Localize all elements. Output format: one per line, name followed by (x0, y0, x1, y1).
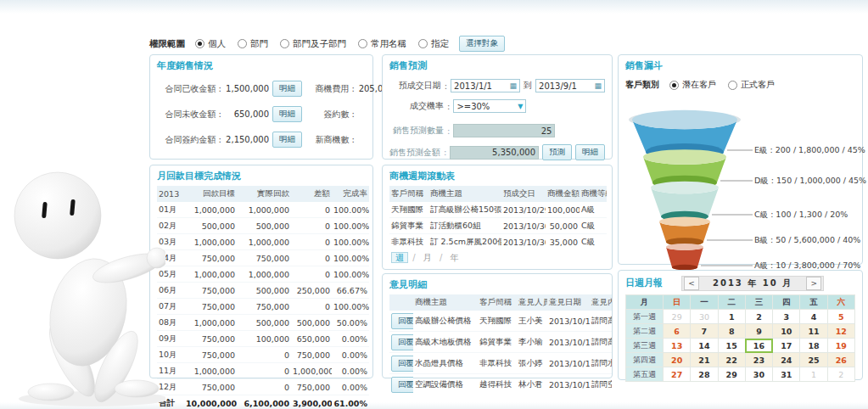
table-cell: 100.00% (332, 299, 369, 315)
monthly-row: 10月750,0000750,0000.00% (157, 347, 369, 363)
monthly-row: 04月750,000750,0000100.00% (157, 250, 369, 266)
table-cell: 1,000,000 (184, 202, 237, 218)
detail-button[interactable]: 明細 (272, 81, 302, 97)
calendar-day[interactable]: 30 (745, 367, 772, 382)
detail-button[interactable]: 明細 (272, 132, 302, 148)
calendar-day[interactable]: 27 (664, 367, 691, 382)
calendar-day[interactable]: 14 (691, 339, 718, 353)
customer-category-option[interactable]: 潛在客戶 (669, 79, 716, 91)
table-cell: 李小瑜 (517, 332, 547, 353)
tab-3[interactable]: 年 (446, 253, 462, 262)
calendar-day[interactable]: 12 (827, 324, 854, 339)
calendar-day[interactable]: 9 (745, 324, 772, 339)
opportunity-row: 天翔國際訂高級辦公椅150張2013/10/29100,000A級 (389, 202, 607, 218)
calendar-col-header: 四 (773, 295, 800, 310)
calendar-day[interactable]: 10 (773, 324, 800, 339)
calendar-day[interactable]: 2 (745, 310, 772, 324)
table-cell: 請問空 (590, 374, 612, 395)
calendar-day[interactable]: 31 (773, 367, 800, 382)
calendar-day[interactable]: 2 (827, 367, 854, 382)
reply-cell: 回覆 (389, 374, 413, 395)
calendar-day[interactable]: 18 (800, 339, 827, 353)
monthly-row: 12月750,0000750,0000.00% (157, 379, 369, 395)
calendar-day[interactable]: 13 (664, 339, 691, 353)
detail-button[interactable]: 明細 (272, 106, 302, 122)
predict-button[interactable]: 預測 (542, 144, 572, 160)
calendar-day[interactable]: 29 (664, 310, 691, 324)
tab-2[interactable]: 月 (420, 253, 435, 262)
table-cell: 2013/10/15 (547, 311, 590, 332)
calendar-day[interactable]: 3 (773, 310, 800, 324)
calendar-day[interactable]: 30 (691, 310, 718, 324)
calendar-day[interactable]: 8 (718, 324, 745, 339)
prev-month-button[interactable]: < (684, 277, 699, 290)
permission-option[interactable]: 部門及子部門 (280, 38, 346, 50)
week-label: 第三週 (626, 339, 664, 353)
calendar-day[interactable]: 5 (827, 310, 854, 324)
permission-option[interactable]: 個人 (195, 38, 226, 50)
calendar-day[interactable]: 20 (664, 353, 691, 367)
probability-select[interactable]: >=30% ▼ (453, 99, 526, 113)
table-cell: 100,000 (237, 331, 291, 347)
column-header: 商機主題 (428, 186, 501, 202)
column-header (389, 294, 413, 311)
table-cell: 2013/10/29 (501, 202, 546, 218)
week-label: 第二週 (626, 324, 664, 339)
select-target-button[interactable]: 選擇對象 (459, 36, 505, 52)
opportunity-row: 非眾科技訂 2.5cm屏風200個2013/10/3035,000C級 (389, 234, 607, 250)
calendar-col-header: 五 (800, 295, 827, 310)
calendar-day[interactable]: 6 (664, 324, 691, 339)
date-to-input[interactable]: 2013/9/1 ▦ (535, 79, 605, 92)
funnel-level-label: B級 : 50 / 5,600,000 / 40% (754, 235, 860, 246)
permission-option[interactable]: 部門 (238, 38, 268, 50)
calendar-day[interactable]: 1 (718, 310, 745, 324)
customer-category-option[interactable]: 正式客戶 (728, 79, 775, 91)
table-cell: 66.67% (332, 283, 369, 299)
calendar-day-selected[interactable]: 16 (745, 339, 772, 353)
radio-icon (280, 39, 289, 48)
monthly-row: 11月1,000,00001,000,0000.00% (157, 363, 369, 379)
monthly-table-header: 2013回款目標實際回款差額完成率 (157, 186, 369, 202)
table-cell: 750,000 (184, 283, 237, 299)
calendar-day[interactable]: 1 (800, 367, 827, 382)
calendar-day[interactable]: 28 (691, 367, 718, 382)
calendar-day[interactable]: 19 (827, 339, 854, 353)
next-month-button[interactable]: > (806, 277, 821, 290)
permission-option[interactable]: 常用名稱 (358, 38, 406, 50)
calendar-table: 月日一二三四五六 第一週293012345第二週6789101112第三週131… (625, 294, 855, 382)
table-cell: 高級辦公椅價格 (413, 311, 478, 332)
radio-label: 正式客戶 (741, 79, 775, 91)
permission-option[interactable]: 指定 (418, 38, 449, 50)
calendar-day[interactable]: 29 (718, 367, 745, 382)
calendar-picker-icon[interactable]: ▦ (510, 82, 518, 90)
calendar-day[interactable]: 21 (691, 353, 718, 367)
calendar-day[interactable]: 26 (827, 353, 854, 367)
calendar-day[interactable]: 7 (691, 324, 718, 339)
reply-button[interactable]: 回覆 (391, 356, 413, 372)
calendar-day[interactable]: 17 (773, 339, 800, 353)
table-cell: 0.00% (332, 363, 369, 379)
table-cell: 61.00% (332, 395, 369, 409)
calendar-day[interactable]: 23 (745, 353, 772, 367)
metric-value: 1,500,000 (225, 84, 269, 93)
radio-icon (358, 39, 367, 48)
reply-button[interactable]: 回覆 (391, 334, 413, 350)
calendar-day[interactable]: 24 (773, 353, 800, 367)
forecast-qty-label: 銷售預測數量 (389, 125, 444, 137)
radio-label: 個人 (208, 38, 226, 50)
calendar-day[interactable]: 11 (800, 324, 827, 339)
calendar-day[interactable]: 22 (718, 353, 745, 367)
date-from-input[interactable]: 2013/1/1 ▦ (451, 79, 520, 92)
forecast-detail-button[interactable]: 明細 (575, 144, 605, 160)
date-from-value: 2013/1/1 (454, 81, 492, 91)
table-cell: 0 (291, 218, 332, 234)
table-cell: 訂高級辦公椅150張 (428, 202, 501, 218)
reply-button[interactable]: 回覆 (391, 377, 413, 393)
reply-button[interactable]: 回覆 (391, 313, 413, 329)
table-cell: 天翔國際 (478, 311, 517, 332)
calendar-day[interactable]: 25 (800, 353, 827, 367)
tab-1[interactable]: 週 (391, 252, 408, 263)
calendar-day[interactable]: 15 (718, 339, 745, 353)
calendar-picker-icon[interactable]: ▦ (594, 82, 602, 90)
calendar-day[interactable]: 4 (800, 310, 827, 324)
